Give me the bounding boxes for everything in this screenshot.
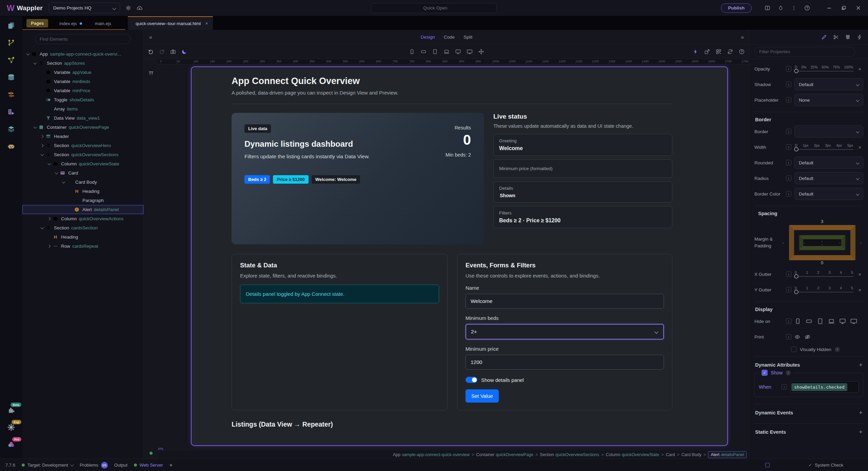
set-value-button[interactable]: Set Value <box>466 389 499 403</box>
undo-icon[interactable] <box>148 49 154 55</box>
view-tab-design[interactable]: Design <box>421 35 435 40</box>
show-attribute-checkbox[interactable]: ✓ <box>762 370 768 376</box>
rail-item-database[interactable] <box>5 71 18 84</box>
shadow-select[interactable]: Default <box>794 78 863 90</box>
tree-node-cardsrepeat[interactable]: RowcardsRepeat <box>22 242 143 251</box>
add-static-event-icon[interactable]: + <box>859 428 863 436</box>
phone-landscape-icon[interactable] <box>421 49 427 55</box>
tab-quick-overview-html[interactable]: quick-overview--tour-manual.html × <box>128 16 213 30</box>
gear-icon[interactable] <box>125 5 131 11</box>
margin-padding-widget[interactable]: Margin & Padding - 3 - - - - <box>750 218 868 266</box>
placeholder-select[interactable]: None <box>794 94 863 106</box>
problems-button[interactable]: Problems 1/1 <box>80 462 108 469</box>
phone-landscape-icon[interactable] <box>806 318 812 325</box>
stop-icon[interactable] <box>765 463 770 467</box>
tree-node-cardssection[interactable]: SectioncardsSection <box>22 223 143 232</box>
help-icon[interactable] <box>804 5 810 11</box>
qr-code-icon[interactable] <box>716 49 722 55</box>
rail-item-ai-assistant[interactable] <box>5 140 18 153</box>
print-hidden-icon[interactable] <box>805 334 810 340</box>
details-panel-alert[interactable]: Details panel toggled by App Connect sta… <box>240 285 439 303</box>
rail-item-workflows[interactable] <box>5 54 18 66</box>
rail-item-extensions[interactable]: Beta <box>5 404 18 416</box>
tree-caret-icon[interactable] <box>61 180 66 184</box>
view-tab-code[interactable]: Code <box>444 35 455 40</box>
open-in-browser-icon[interactable] <box>704 49 710 55</box>
slider-knob[interactable] <box>794 69 798 73</box>
close-tab-icon[interactable]: × <box>205 21 208 26</box>
tree-node-heading[interactable]: HHeading <box>22 187 143 196</box>
scroll-corner[interactable] <box>158 448 163 450</box>
radius-select[interactable]: Default <box>794 172 863 184</box>
tree-node-quickoverviewstate[interactable]: ColumnquickOverviewState <box>22 159 143 168</box>
clear-icon[interactable]: × <box>856 287 863 293</box>
pages-mode-button[interactable]: Pages <box>26 19 48 27</box>
kebab-menu-icon[interactable] <box>791 5 797 11</box>
restore-icon[interactable] <box>841 5 847 11</box>
laptop-icon[interactable] <box>828 318 835 325</box>
name-input[interactable]: Welcome <box>466 294 664 309</box>
minimum-beds-select[interactable]: 2+ <box>466 324 664 340</box>
tree-node-appstores[interactable]: SectionappStores <box>22 59 143 68</box>
breadcrumb-item-card[interactable]: Card <box>666 452 675 457</box>
publish-button[interactable]: Publish <box>721 3 752 13</box>
breadcrumb-item-app[interactable]: Appsample-app-connect-quick-overview <box>393 452 470 457</box>
web-server-button[interactable]: Web Server <box>134 463 163 468</box>
dark-mode-icon[interactable] <box>181 49 187 55</box>
collapse-right-icon[interactable]: » <box>741 34 749 40</box>
visually-hidden-checkbox[interactable] <box>791 347 796 352</box>
bolt-icon[interactable] <box>693 49 698 55</box>
border-select[interactable] <box>794 125 863 138</box>
tree-caret-icon[interactable] <box>47 217 52 221</box>
rail-item-experiments[interactable]: Exp <box>5 421 18 434</box>
desktop-icon[interactable] <box>455 49 461 55</box>
x-gutter-slider[interactable]: 012345 <box>794 269 853 280</box>
find-elements-input[interactable]: Find Elements <box>35 34 131 44</box>
add-dynamic-attribute-icon[interactable]: + <box>859 361 863 369</box>
rail-item-pages[interactable] <box>5 19 18 32</box>
breadcrumb-item-card-body[interactable]: Card Body <box>682 452 702 457</box>
opacity-slider[interactable]: D0%25%50%75%100% <box>794 64 853 74</box>
rail-item-layers[interactable] <box>5 123 18 136</box>
tab-main-ejs[interactable]: main.ejs <box>87 16 116 30</box>
tab-index-ejs[interactable]: index.ejs <box>52 16 87 30</box>
tree-node-quickoverviewhero[interactable]: SectionquickOverviewHero <box>22 141 143 150</box>
project-selector[interactable]: Demo Projects HQ <box>49 3 120 13</box>
breadcrumb-item-container[interactable]: ContainerquickOverviewPage <box>476 452 533 457</box>
padding-box[interactable]: - - - - <box>799 235 845 250</box>
minimize-icon[interactable] <box>826 5 832 11</box>
screenshot-icon[interactable] <box>170 49 176 55</box>
refresh-icon[interactable] <box>727 49 733 55</box>
view-tab-split[interactable]: Split <box>463 35 472 40</box>
large-desktop-icon[interactable] <box>850 318 857 325</box>
text-size-icon[interactable]: TT <box>149 71 153 76</box>
hero-dashboard-card[interactable]: Live data Dynamic listings dashboard Fil… <box>232 113 484 244</box>
border-color-select[interactable]: Default <box>794 188 863 200</box>
tree-caret-icon[interactable] <box>40 134 44 139</box>
tree-node-paragraph[interactable]: Paragraph <box>22 196 143 205</box>
phone-icon[interactable] <box>794 318 801 325</box>
slider-knob[interactable] <box>794 147 798 151</box>
rail-item-server-actions[interactable] <box>5 105 18 118</box>
collapse-left-icon[interactable]: « <box>144 34 152 40</box>
breadcrumb-item-column[interactable]: ColumnquickOverviewState <box>606 452 659 457</box>
tree-node-quickoverviewsections[interactable]: SectionquickOverviewSections <box>22 150 143 159</box>
events-forms-card[interactable]: Events, Forms & Filters Use these contro… <box>457 254 672 410</box>
tree-caret-icon[interactable] <box>47 244 52 248</box>
state-data-card[interactable]: State & Data Explore state, filters, and… <box>232 254 448 410</box>
tree-node-heading[interactable]: HHeading <box>22 232 143 242</box>
tree-node-card-body[interactable]: Card Body <box>22 178 143 187</box>
tree-node-items[interactable]: Arrayitems <box>22 104 143 114</box>
tablet-icon[interactable] <box>432 49 438 55</box>
breadcrumb-item-alert[interactable]: AlertdetailsPanel <box>708 451 747 458</box>
tree-node-appvalue[interactable]: VariableappValue <box>22 68 143 77</box>
slider-knob[interactable] <box>794 290 798 294</box>
tree-caret-icon[interactable] <box>47 162 52 166</box>
desktop-icon[interactable] <box>839 318 846 325</box>
tree-caret-icon[interactable] <box>33 125 37 129</box>
tree-node-sample-app-connect-quick-overvi-[interactable]: Appsample-app-connect-quick-overvi... <box>22 49 143 59</box>
split-view-icon[interactable] <box>765 5 770 11</box>
tree-node-header[interactable]: Header <box>22 132 143 141</box>
tree-caret-icon[interactable] <box>40 152 44 157</box>
tree-caret-icon[interactable] <box>33 61 37 65</box>
